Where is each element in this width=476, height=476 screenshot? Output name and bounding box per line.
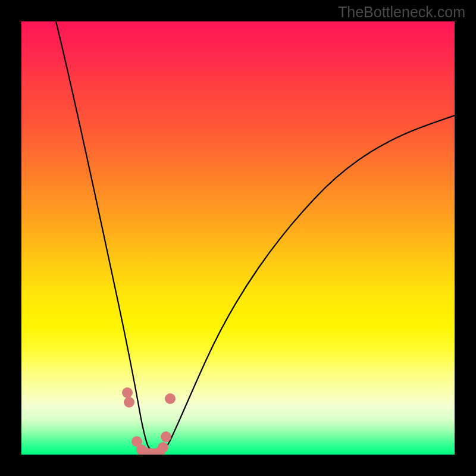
svg-point-1 [124, 397, 134, 408]
watermark-text: TheBottleneck.com [338, 4, 465, 21]
marker-group [122, 387, 176, 455]
left-curve [56, 21, 156, 454]
svg-point-8 [158, 442, 168, 453]
svg-point-0 [122, 387, 133, 398]
svg-point-10 [165, 393, 176, 404]
plot-area [21, 21, 455, 455]
chart-container: TheBottleneck.com [0, 0, 476, 476]
svg-point-9 [161, 431, 171, 442]
curve-layer [21, 21, 455, 455]
right-curve [156, 115, 455, 454]
